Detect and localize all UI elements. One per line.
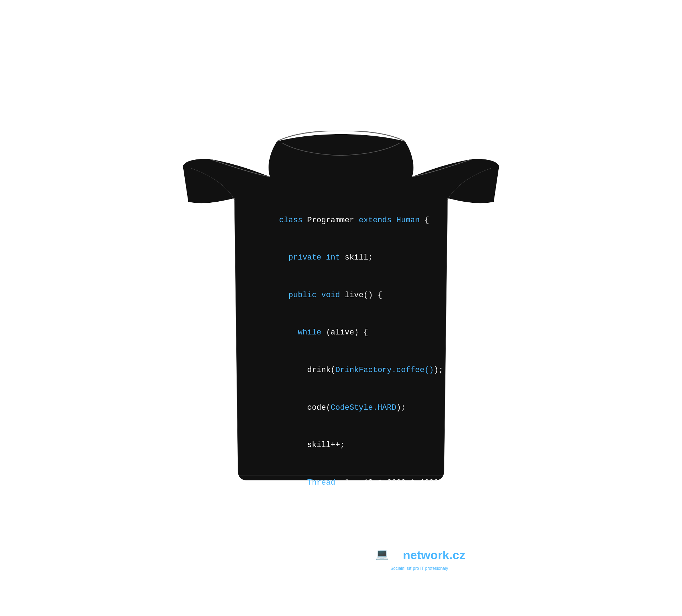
class-programmer: Programmer bbox=[303, 216, 359, 225]
brand-tagline: Sociální síť pro IT profesionály bbox=[375, 565, 448, 572]
brand-name: ITnetwork.cz bbox=[392, 545, 465, 565]
class-human: Human bbox=[392, 216, 424, 225]
line-while: while (alive) { bbox=[242, 314, 472, 351]
brand-logo: 💻 ITnetwork.cz Sociální síť pro IT profe… bbox=[375, 545, 465, 572]
brace-open: { bbox=[424, 216, 429, 225]
line-private: private int skill; bbox=[242, 239, 472, 277]
code-block: class Programmer extends Human { bbox=[242, 202, 472, 239]
page: class Programmer extends Human { private… bbox=[0, 0, 682, 616]
keyword-class: class bbox=[279, 216, 303, 225]
line-closing: } } } bbox=[242, 501, 472, 539]
laptop-icon: 💻 bbox=[375, 546, 389, 563]
line-skill: skill++; bbox=[242, 426, 472, 464]
keyword-extends: extends bbox=[359, 216, 391, 225]
line-thread: Thread.sleep(8 * 3600 * 1000); bbox=[242, 464, 472, 501]
brand-name-row: 💻 ITnetwork.cz bbox=[375, 545, 465, 565]
line-drink: drink(DrinkFactory.coffee()); bbox=[242, 351, 472, 389]
line-code: code(CodeStyle.HARD); bbox=[242, 389, 472, 426]
line-public: public void live() { bbox=[242, 277, 472, 314]
tshirt-container: class Programmer extends Human { private… bbox=[181, 131, 501, 486]
brand-section: 💻 ITnetwork.cz Sociální síť pro IT profe… bbox=[242, 545, 472, 572]
code-content: class Programmer extends Human { private… bbox=[242, 202, 472, 572]
